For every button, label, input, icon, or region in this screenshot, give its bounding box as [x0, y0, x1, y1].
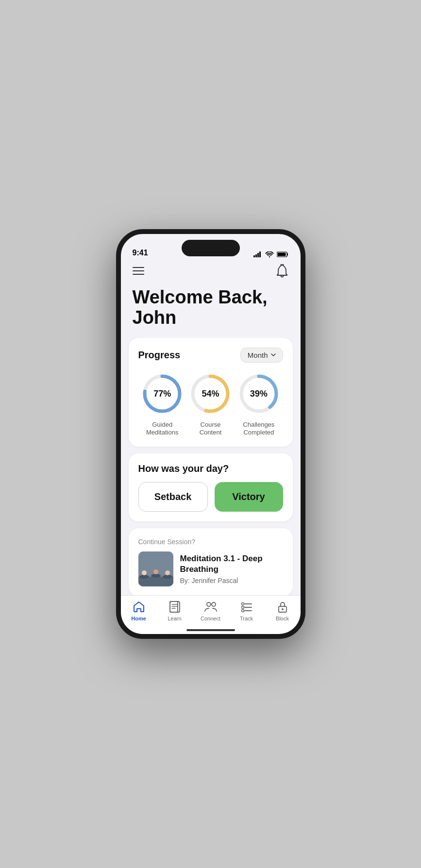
- notification-button[interactable]: [275, 264, 289, 278]
- svg-point-19: [153, 569, 158, 574]
- progress-circles: 77% Guided Meditations: [138, 372, 283, 437]
- nav-item-connect[interactable]: Connect: [196, 600, 225, 621]
- nav-item-track[interactable]: Track: [232, 600, 261, 621]
- circle-guided-container: 77%: [141, 372, 184, 415]
- status-time: 9:41: [133, 249, 148, 257]
- menu-button[interactable]: [133, 267, 144, 275]
- progress-card: Progress Month: [129, 338, 293, 447]
- phone-inner: 9:41: [121, 234, 301, 634]
- signal-icon: [253, 251, 262, 257]
- circle-course-value: 54%: [202, 388, 219, 399]
- period-selector[interactable]: Month: [240, 348, 283, 363]
- nav-item-block[interactable]: Block: [268, 600, 297, 621]
- setback-button[interactable]: Setback: [138, 482, 208, 512]
- svg-rect-1: [255, 254, 257, 257]
- session-thumbnail-image: [138, 551, 173, 586]
- svg-point-20: [165, 570, 170, 575]
- nav-item-learn[interactable]: Learn: [160, 600, 189, 621]
- welcome-title: Welcome Back, John: [133, 287, 289, 328]
- svg-point-31: [282, 608, 284, 610]
- session-content: Meditation 3.1 - Deep Breathing By: Jenn…: [138, 551, 283, 586]
- app-header: [121, 260, 301, 280]
- track-icon: [240, 600, 253, 614]
- svg-rect-0: [253, 255, 255, 257]
- circle-guided-label: Guided Meditations: [146, 421, 178, 437]
- progress-header: Progress Month: [138, 348, 283, 363]
- nav-label-home: Home: [131, 616, 146, 621]
- session-info: Meditation 3.1 - Deep Breathing By: Jenn…: [180, 553, 283, 584]
- home-icon: [132, 600, 146, 614]
- session-card: Continue Session?: [129, 528, 293, 596]
- nav-label-track: Track: [240, 616, 253, 621]
- bottom-nav: Home Learn: [121, 595, 301, 634]
- circle-challenges-label: Challenges Completed: [243, 421, 274, 437]
- session-prompt: Continue Session?: [138, 538, 283, 546]
- nav-label-block: Block: [276, 616, 289, 621]
- main-content: Progress Month: [121, 338, 301, 634]
- svg-point-15: [139, 575, 149, 579]
- connect-icon: [204, 600, 218, 614]
- nav-item-home[interactable]: Home: [124, 600, 153, 621]
- day-card: How was your day? Setback Victory: [129, 453, 293, 521]
- session-author: By: Jennifer Pascal: [180, 577, 283, 584]
- svg-point-22: [207, 602, 211, 606]
- svg-point-28: [241, 609, 244, 612]
- bell-icon-svg: [276, 264, 288, 278]
- dynamic-island: [182, 240, 240, 256]
- learn-icon: [168, 600, 182, 614]
- circle-challenges-value: 39%: [250, 388, 268, 399]
- circle-course: 54% Course Content: [186, 372, 235, 437]
- session-title: Meditation 3.1 - Deep Breathing: [180, 553, 283, 575]
- nav-label-connect: Connect: [201, 616, 220, 621]
- chevron-down-icon: [271, 353, 276, 356]
- victory-button[interactable]: Victory: [215, 482, 283, 512]
- svg-point-26: [241, 606, 244, 608]
- phone-frame: 9:41: [116, 229, 305, 639]
- svg-rect-3: [259, 251, 261, 257]
- svg-rect-2: [257, 253, 259, 257]
- svg-rect-21: [170, 601, 178, 612]
- nav-label-learn: Learn: [168, 616, 181, 621]
- welcome-section: Welcome Back, John: [121, 280, 301, 338]
- battery-icon: [277, 251, 289, 257]
- svg-point-24: [241, 602, 244, 605]
- svg-point-17: [163, 575, 172, 579]
- day-question: How was your day?: [138, 463, 283, 474]
- circle-challenges: 39% Challenges Completed: [235, 372, 283, 437]
- svg-point-18: [142, 570, 147, 575]
- circle-guided-value: 77%: [153, 388, 171, 399]
- session-thumbnail[interactable]: [138, 551, 173, 586]
- svg-rect-6: [277, 253, 286, 256]
- circle-course-label: Course Content: [200, 421, 222, 437]
- svg-point-4: [269, 256, 270, 257]
- circle-course-container: 54%: [189, 372, 232, 415]
- status-icons: [253, 251, 289, 257]
- circle-guided: 77% Guided Meditations: [138, 372, 186, 437]
- svg-point-16: [151, 574, 161, 578]
- wifi-icon: [265, 251, 274, 257]
- progress-title: Progress: [138, 350, 181, 361]
- period-selector-label: Month: [248, 351, 268, 359]
- svg-point-23: [212, 602, 216, 606]
- day-buttons: Setback Victory: [138, 482, 283, 512]
- home-indicator: [186, 629, 235, 631]
- block-icon: [276, 600, 289, 614]
- circle-challenges-container: 39%: [237, 372, 280, 415]
